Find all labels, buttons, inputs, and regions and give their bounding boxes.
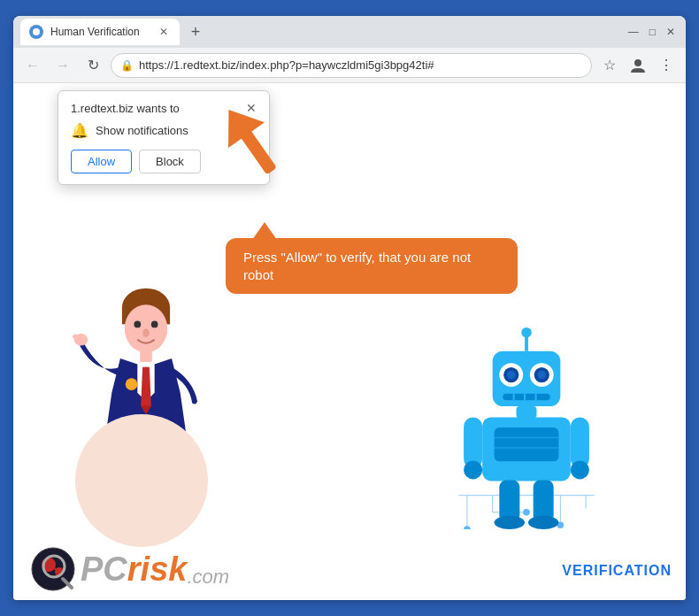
svg-point-20 (126, 378, 138, 390)
notif-show-label: Show notifications (96, 124, 188, 137)
refresh-button[interactable]: ↻ (81, 53, 105, 78)
speech-bubble: Press "Allow" to verify, that you are no… (226, 238, 518, 294)
tab-title: Human Verification (50, 26, 140, 38)
svg-point-0 (634, 59, 641, 66)
profile-icon (629, 57, 647, 74)
svg-rect-43 (517, 406, 537, 418)
lock-icon: 🔒 (120, 59, 134, 72)
window-controls: — □ ✕ (628, 26, 679, 38)
address-bar: ← → ↻ 🔒 https://1.redtext.biz/index.php?… (13, 48, 686, 83)
svg-rect-39 (503, 394, 550, 401)
dotcom-text: .com (187, 566, 229, 588)
svg-point-31 (521, 327, 532, 338)
person-illustration (66, 281, 226, 547)
orange-arrow (217, 101, 296, 202)
svg-point-10 (151, 321, 158, 328)
person-background-circle (75, 414, 208, 547)
tab-close-button[interactable]: ✕ (157, 25, 171, 39)
svg-point-28 (523, 509, 530, 516)
profile-button[interactable] (626, 53, 650, 78)
svg-point-38 (537, 371, 546, 380)
url-bar[interactable]: 🔒 https://1.redtext.biz/index.php?p=hayw… (111, 53, 592, 78)
svg-rect-12 (140, 348, 152, 361)
svg-point-54 (495, 516, 526, 529)
svg-point-9 (134, 321, 141, 328)
address-actions: ☆ ⋮ (597, 53, 679, 78)
svg-point-49 (464, 460, 482, 479)
active-tab[interactable]: Human Verification ✕ (20, 19, 180, 45)
svg-point-35 (507, 371, 516, 380)
speech-text: Press "Allow" to verify, that you are no… (243, 250, 471, 282)
pcrisk-icon-svg (31, 547, 75, 591)
robot-svg (456, 326, 597, 529)
robot-illustration (456, 326, 597, 529)
pcrisk-logo: PCrisk.com (31, 547, 229, 591)
block-button[interactable]: Block (139, 150, 201, 173)
maximize-button[interactable]: □ (649, 26, 656, 38)
svg-point-51 (571, 460, 589, 479)
svg-rect-45 (495, 427, 559, 461)
browser-window: Human Verification ✕ + — □ ✕ ← → ↻ 🔒 htt… (13, 16, 686, 600)
verification-label: VERIFICATION (562, 563, 672, 579)
tab-favicon (29, 25, 43, 39)
pc-text: PC (81, 551, 127, 588)
menu-button[interactable]: ⋮ (654, 53, 679, 78)
allow-button[interactable]: Allow (71, 150, 132, 173)
risk-text: risk (127, 551, 188, 588)
svg-point-55 (528, 516, 559, 529)
close-button[interactable]: ✕ (666, 26, 675, 38)
back-button[interactable]: ← (20, 53, 45, 78)
svg-point-27 (464, 526, 471, 529)
notif-title: 1.redtext.biz wants to (71, 102, 180, 115)
forward-button[interactable]: → (50, 53, 75, 78)
url-text: https://1.redtext.biz/index.php?p=haywcz… (139, 58, 434, 72)
minimize-button[interactable]: — (628, 26, 639, 38)
page-content: 1.redtext.biz wants to ✕ 🔔 Show notifica… (13, 83, 686, 600)
bookmark-button[interactable]: ☆ (597, 53, 622, 78)
title-bar: Human Verification ✕ + — □ ✕ (13, 16, 686, 48)
svg-point-11 (142, 328, 150, 337)
bell-icon: 🔔 (71, 122, 88, 139)
pcrisk-text: PCrisk.com (81, 551, 229, 589)
svg-point-8 (125, 304, 167, 352)
new-tab-button[interactable]: + (183, 19, 208, 44)
